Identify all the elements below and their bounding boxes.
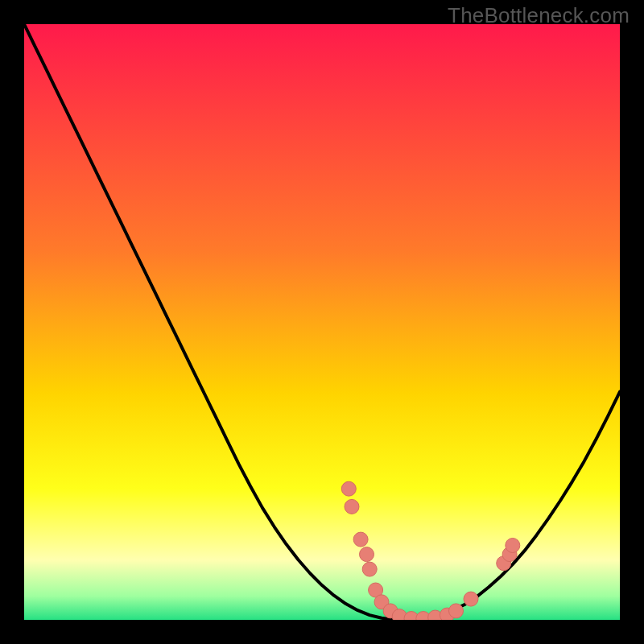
data-dot: [341, 481, 356, 496]
gradient-background: [24, 24, 620, 620]
chart-frame: TheBottleneck.com: [0, 0, 644, 644]
data-dot: [449, 604, 464, 618]
data-dot: [345, 499, 359, 514]
data-dot: [362, 562, 377, 576]
chart-svg: [24, 24, 620, 620]
data-dot: [506, 539, 520, 553]
data-dot: [353, 532, 368, 547]
data-dot: [360, 547, 374, 562]
plot-area: [24, 24, 620, 620]
data-dot: [464, 592, 478, 606]
